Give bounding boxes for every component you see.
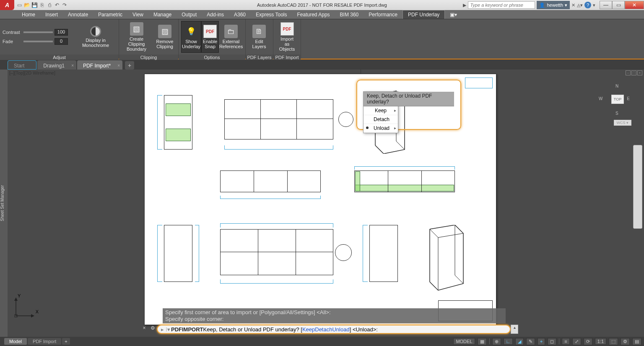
qat-open-icon[interactable]: 📂 bbox=[23, 2, 30, 8]
viewcube-n[interactable]: N bbox=[615, 84, 618, 88]
import-as-objects-button[interactable]: PDF Import as Objects bbox=[276, 21, 298, 53]
viewcube-top-face[interactable]: TOP bbox=[611, 95, 624, 104]
status-annoscale-label[interactable]: 1:1 bbox=[595, 338, 606, 345]
contrast-value[interactable]: 100 bbox=[55, 29, 68, 36]
infocenter-arrow-icon[interactable]: ▶ bbox=[463, 3, 466, 8]
status-ortho-icon[interactable]: ∟ bbox=[504, 338, 513, 345]
close-tab-icon[interactable]: × bbox=[71, 63, 74, 68]
qat-plot-icon[interactable]: ⎙ bbox=[46, 2, 53, 8]
tab-manage[interactable]: Manage bbox=[148, 10, 177, 19]
tab-view[interactable]: View bbox=[127, 10, 148, 19]
command-line-input[interactable]: ▸ ⁝▾ PDFIMPORT Keep, Detach or Unload PD… bbox=[157, 325, 511, 334]
enable-snap-button[interactable]: PDF Enable Snap bbox=[201, 21, 219, 53]
tab-annotate[interactable]: Annotate bbox=[63, 10, 93, 19]
wcs-dropdown[interactable]: WCS ▾ bbox=[614, 120, 632, 126]
option-detach[interactable]: Detach bbox=[364, 115, 398, 124]
tab-featured-apps[interactable]: Featured Apps bbox=[292, 10, 335, 19]
status-settings-icon[interactable]: ⚙ bbox=[621, 338, 630, 345]
status-isodraft-icon[interactable]: ✎ bbox=[526, 338, 535, 345]
minimize-button[interactable]: — bbox=[600, 1, 612, 9]
help-dropdown-icon[interactable]: ▾ bbox=[593, 3, 595, 8]
qat-redo-icon[interactable]: ↷ bbox=[61, 2, 68, 8]
stay-connected-icon[interactable]: ◬▾ bbox=[577, 3, 583, 8]
qat-saveas-icon[interactable]: ⎘ bbox=[39, 2, 45, 8]
exchange-apps-icon[interactable]: ✕ bbox=[571, 3, 575, 8]
tab-focus-toggle-icon[interactable]: ▣▾ bbox=[445, 10, 462, 19]
option-keep[interactable]: Keep▸ bbox=[364, 106, 398, 115]
status-workspace-icon[interactable]: ⬚ bbox=[609, 338, 618, 345]
status-bar: MODEL ▦ ⊕ ∟ ◢ ✎ ⌖ ◻ ≡ ⤢ ⟳ 1:1 ⬚ ⚙ ▤ bbox=[322, 337, 644, 346]
file-tab-start[interactable]: Start bbox=[8, 60, 36, 70]
commandline-config-icon[interactable]: ⚙ bbox=[148, 325, 157, 333]
command-history[interactable]: Specify first corner of area to import o… bbox=[163, 308, 506, 323]
viewport-controls-label[interactable]: [–][Top][2D Wireframe] bbox=[9, 70, 55, 75]
vp-close-icon[interactable]: × bbox=[637, 70, 642, 75]
show-underlay-button[interactable]: 💡 Show Underlay bbox=[181, 21, 201, 53]
edit-layers-button[interactable]: 🗎 Edit Layers bbox=[248, 21, 270, 53]
close-button[interactable]: ✕ bbox=[625, 1, 644, 9]
file-tab-drawing1[interactable]: Drawing1× bbox=[37, 60, 76, 70]
contrast-track[interactable] bbox=[23, 31, 53, 33]
status-osnap-icon[interactable]: ⌖ bbox=[538, 338, 545, 345]
tab-bim-360[interactable]: BIM 360 bbox=[335, 10, 364, 19]
tab-parametric[interactable]: Parametric bbox=[93, 10, 127, 19]
keyword-detach[interactable]: Detach bbox=[315, 326, 332, 333]
status-lineweight-icon[interactable]: ≡ bbox=[562, 338, 569, 345]
create-clipping-button[interactable]: ▧ Create Clipping Boundary bbox=[122, 21, 151, 53]
fade-slider[interactable]: Fade 0 bbox=[3, 38, 68, 45]
sheet-set-manager-palette[interactable]: Sheet Set Manager bbox=[0, 70, 8, 337]
viewcube-s[interactable]: S bbox=[615, 111, 618, 116]
viewcube-e[interactable]: E bbox=[627, 96, 630, 101]
help-icon[interactable]: ? bbox=[584, 2, 591, 8]
tab-performance[interactable]: Performance bbox=[364, 10, 402, 19]
status-transparency-icon[interactable]: ⤢ bbox=[572, 338, 581, 345]
status-snap-icon[interactable]: ⊕ bbox=[492, 338, 501, 345]
tab-output[interactable]: Output bbox=[177, 10, 202, 19]
view-cube[interactable]: N S E W TOP bbox=[599, 82, 632, 116]
signed-in-user[interactable]: 👤 hewetth ▾ bbox=[537, 1, 570, 9]
status-3dosnap-icon[interactable]: ◻ bbox=[548, 338, 556, 345]
status-polar-icon[interactable]: ◢ bbox=[515, 338, 524, 345]
display-monochrome-button[interactable]: Display in Monochrome bbox=[70, 21, 121, 53]
layout-tab-model[interactable]: Model bbox=[4, 338, 27, 345]
qat-new-icon[interactable]: ▭ bbox=[16, 2, 23, 8]
tab-add-ins[interactable]: Add-ins bbox=[202, 10, 229, 19]
tab-express-tools[interactable]: Express Tools bbox=[251, 10, 292, 19]
qat-undo-icon[interactable]: ↶ bbox=[54, 2, 60, 8]
file-tab-pdf-import[interactable]: PDF Import*× bbox=[77, 60, 122, 70]
viewcube-w[interactable]: W bbox=[599, 96, 602, 101]
status-customize-icon[interactable]: ▤ bbox=[632, 338, 641, 345]
fade-track[interactable] bbox=[23, 41, 53, 42]
remove-clipping-button[interactable]: ▨ Remove Clipping bbox=[154, 21, 176, 53]
commandline-expand-icon[interactable]: ▴ bbox=[511, 325, 518, 334]
fade-label: Fade bbox=[3, 39, 22, 44]
vp-maximize-icon[interactable]: □ bbox=[631, 70, 636, 75]
maximize-button[interactable]: ▭ bbox=[612, 1, 625, 9]
tab-home[interactable]: Home bbox=[17, 10, 40, 19]
option-unload[interactable]: Unload▸ bbox=[364, 124, 398, 133]
close-tab-icon[interactable]: × bbox=[117, 63, 120, 68]
infocenter-search-input[interactable] bbox=[468, 1, 535, 9]
vp-minimize-icon[interactable]: – bbox=[626, 70, 631, 75]
tab-a360[interactable]: A360 bbox=[229, 10, 251, 19]
tab-pdf-underlay[interactable]: PDF Underlay bbox=[402, 10, 445, 19]
app-menu-icon[interactable]: A bbox=[0, 0, 14, 10]
fade-value[interactable]: 0 bbox=[55, 38, 68, 45]
layout-tab-pdf-import[interactable]: PDF Import bbox=[28, 338, 61, 345]
commandline-close-icon[interactable]: × bbox=[140, 325, 148, 333]
tab-insert[interactable]: Insert bbox=[40, 10, 63, 19]
contrast-slider[interactable]: Contrast 100 bbox=[3, 29, 68, 36]
status-model-button[interactable]: MODEL bbox=[453, 338, 475, 345]
keyword-keep[interactable]: Keep bbox=[302, 326, 315, 333]
qat-save-icon[interactable]: 💾 bbox=[31, 2, 38, 8]
layout-tab-add[interactable]: + bbox=[62, 338, 70, 345]
ucs-icon[interactable]: Y X bbox=[13, 293, 39, 318]
keyword-unload[interactable]: Unload bbox=[332, 326, 349, 333]
status-grid-icon[interactable]: ▦ bbox=[478, 338, 487, 345]
submenu-arrow-icon: ▸ bbox=[394, 126, 396, 130]
drawing-canvas[interactable]: [–][Top][2D Wireframe] – □ × bbox=[8, 70, 644, 337]
external-references-button[interactable]: 🗀 External References bbox=[219, 21, 243, 53]
navigation-bar[interactable] bbox=[633, 145, 642, 229]
new-tab-button[interactable]: + bbox=[125, 61, 134, 70]
status-cycling-icon[interactable]: ⟳ bbox=[584, 338, 592, 345]
